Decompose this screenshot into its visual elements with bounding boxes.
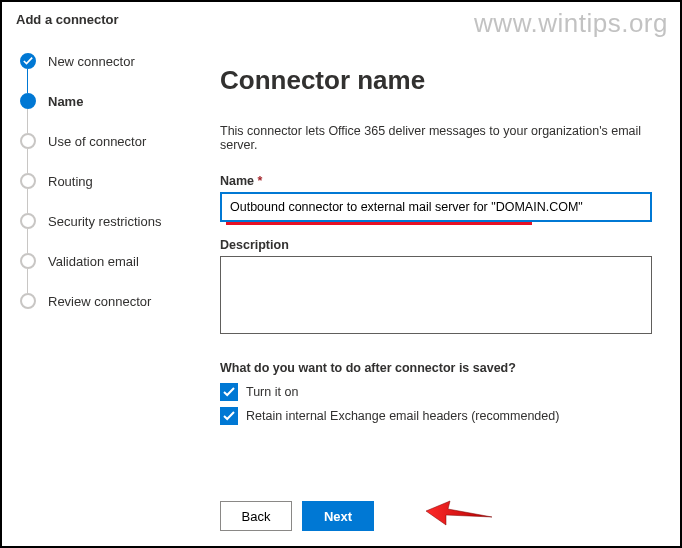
step-label: Review connector bbox=[48, 294, 151, 309]
after-save-question: What do you want to do after connector i… bbox=[220, 361, 652, 375]
step-security-restrictions[interactable]: Security restrictions bbox=[20, 213, 182, 253]
checkbox-retain-headers[interactable]: Retain internal Exchange email headers (… bbox=[220, 407, 652, 425]
step-label: Routing bbox=[48, 174, 93, 189]
dialog-header: Add a connector bbox=[2, 2, 680, 35]
current-step-icon bbox=[20, 93, 36, 109]
checkmark-icon bbox=[220, 383, 238, 401]
dialog-title: Add a connector bbox=[16, 12, 119, 27]
step-routing[interactable]: Routing bbox=[20, 173, 182, 213]
name-label: Name * bbox=[220, 174, 652, 188]
step-use-of-connector[interactable]: Use of connector bbox=[20, 133, 182, 173]
next-button[interactable]: Next bbox=[302, 501, 374, 531]
checkmark-icon bbox=[220, 407, 238, 425]
pending-step-icon bbox=[20, 253, 36, 269]
step-new-connector[interactable]: New connector bbox=[20, 53, 182, 93]
checkbox-label: Retain internal Exchange email headers (… bbox=[246, 409, 559, 423]
checkbox-turn-it-on[interactable]: Turn it on bbox=[220, 383, 652, 401]
step-review-connector[interactable]: Review connector bbox=[20, 293, 182, 309]
step-label: Security restrictions bbox=[48, 214, 161, 229]
name-label-text: Name bbox=[220, 174, 254, 188]
step-label: New connector bbox=[48, 54, 135, 69]
connector-name-input[interactable] bbox=[220, 192, 652, 222]
pending-step-icon bbox=[20, 293, 36, 309]
intro-text: This connector lets Office 365 deliver m… bbox=[220, 124, 652, 152]
check-icon bbox=[20, 53, 36, 69]
wizard-steps-sidebar: New connector Name Use of connector Rout… bbox=[2, 35, 192, 541]
required-mark: * bbox=[258, 174, 263, 188]
step-label: Name bbox=[48, 94, 83, 109]
step-validation-email[interactable]: Validation email bbox=[20, 253, 182, 293]
arrow-annotation-icon bbox=[424, 493, 494, 527]
step-label: Validation email bbox=[48, 254, 139, 269]
main-panel: Connector name This connector lets Offic… bbox=[192, 35, 680, 541]
page-title: Connector name bbox=[220, 65, 652, 96]
connector-description-input[interactable] bbox=[220, 256, 652, 334]
description-label: Description bbox=[220, 238, 652, 252]
pending-step-icon bbox=[20, 133, 36, 149]
wizard-footer: Back Next bbox=[220, 481, 652, 531]
checkbox-label: Turn it on bbox=[246, 385, 298, 399]
pending-step-icon bbox=[20, 213, 36, 229]
back-button[interactable]: Back bbox=[220, 501, 292, 531]
step-name[interactable]: Name bbox=[20, 93, 182, 133]
step-label: Use of connector bbox=[48, 134, 146, 149]
pending-step-icon bbox=[20, 173, 36, 189]
highlight-underline bbox=[226, 222, 532, 225]
